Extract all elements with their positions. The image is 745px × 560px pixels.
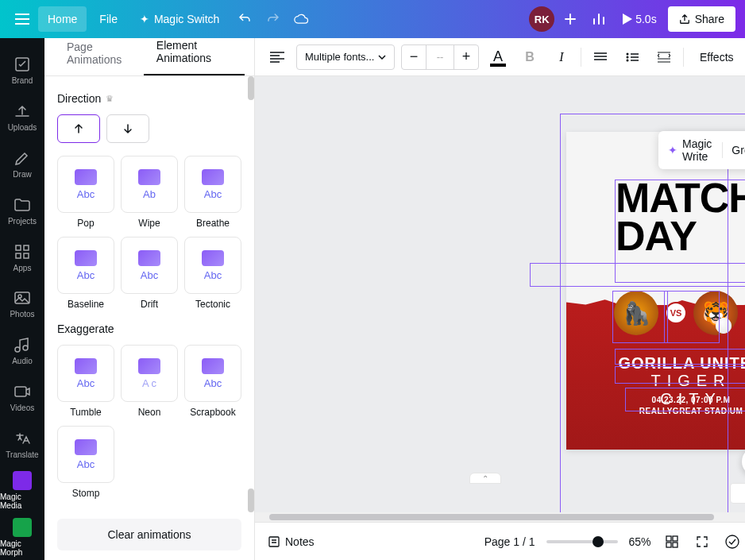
tab-element-animations[interactable]: Element Animations [144,29,245,75]
sparkle-icon: ✦ [668,144,677,156]
font-size-plus[interactable]: + [454,45,478,69]
play-button[interactable]: 5.0s [615,6,664,32]
vs-badge: VS [665,302,687,324]
notes-button[interactable]: Notes [268,535,315,548]
magic-switch-button[interactable]: ✦Magic Switch [130,6,229,32]
anim-pop[interactable]: AbcPop [57,156,114,229]
rail-magic-media[interactable]: Magic Media [0,468,44,513]
rail-magic-morph[interactable]: Magic Morph [0,515,44,560]
add-page-button[interactable]: +Add page [730,483,745,504]
svg-rect-27 [666,543,671,547]
anim-tumble[interactable]: AbcTumble [57,345,114,418]
file-button[interactable]: File [90,6,127,32]
canvas-area: Multiple fonts... − -- + A B I Effects [255,38,745,560]
rail-draw[interactable]: Draw [0,141,44,187]
svg-rect-26 [673,536,677,541]
canvas-viewport[interactable]: MATCHDAY 🦍 VS 🐯 GORILLA UNITED TIGER CIT… [255,76,745,522]
anim-neon[interactable]: A cNeon [121,345,178,418]
tiger-logo[interactable]: 🐯 [693,291,738,335]
canvas-page[interactable]: MATCHDAY 🦍 VS 🐯 GORILLA UNITED TIGER CIT… [566,132,745,450]
spacing-icon[interactable] [651,44,677,70]
anim-scrapbook[interactable]: AbcScrapbook [184,345,241,418]
stadium-name[interactable]: REALLYGREAT STADIUM [616,407,745,415]
clear-animations-button[interactable]: Clear animations [57,519,241,550]
redo-icon[interactable] [261,6,286,32]
zoom-value: 65% [629,535,651,548]
undo-icon[interactable] [232,6,257,32]
svg-rect-24 [269,537,279,546]
animations-panel: Page Animations Element Animations Direc… [44,38,255,560]
anim-tectonic[interactable]: AbcTectonic [184,237,241,310]
check-icon[interactable] [723,532,742,551]
text-align-icon[interactable] [588,44,613,70]
rail-uploads[interactable]: Uploads [0,95,44,140]
anim-stomp[interactable]: AbcStomp [57,426,114,499]
direction-label: Direction♛ [57,92,241,105]
bottom-bar: Notes Page 1 / 1 65% [255,522,745,560]
svg-point-29 [726,535,739,548]
direction-up-button[interactable] [57,114,100,143]
svg-rect-1 [16,245,21,250]
menu-icon[interactable] [10,6,35,32]
font-select[interactable]: Multiple fonts... [296,44,395,70]
floating-toolbar: ✦Magic Write Group [658,131,745,169]
anim-wipe[interactable]: AbWipe [121,156,178,229]
match-title[interactable]: MATCHDAY [616,180,745,256]
svg-rect-28 [673,543,677,547]
svg-rect-7 [15,387,26,396]
exaggerate-label: Exaggerate [57,322,241,335]
bold-button[interactable]: B [517,44,542,70]
zoom-slider[interactable] [546,540,618,543]
home-button[interactable]: Home [38,6,87,32]
font-color-button[interactable]: A [485,44,511,70]
horizontal-scrollbar[interactable] [255,512,745,522]
anim-baseline[interactable]: AbcBaseline [57,237,114,310]
svg-point-9 [627,56,629,58]
italic-button[interactable]: I [549,44,574,70]
rail-brand[interactable]: Brand [0,48,44,93]
svg-rect-3 [16,253,21,258]
grid-view-icon[interactable] [662,532,681,551]
page-handle[interactable]: ⌃ [469,473,501,484]
avatar[interactable]: RK [529,6,554,32]
page-indicator[interactable]: Page 1 / 1 [484,535,535,548]
left-rail: Brand Uploads Draw Projects Apps Photos … [0,38,44,560]
font-size-input[interactable]: -- [426,45,454,69]
match-date[interactable]: 04.23.22, 07:00 P.M [616,396,745,404]
rail-apps[interactable]: Apps [0,234,44,280]
assistant-fab[interactable]: ✦ [742,447,745,476]
sparkle-icon: ✦ [140,13,149,25]
magic-write-button[interactable]: ✦Magic Write [668,137,712,163]
rail-videos[interactable]: Videos [0,375,44,420]
anim-breathe[interactable]: AbcBreathe [184,156,241,229]
plus-icon[interactable] [558,6,583,32]
svg-rect-4 [24,253,29,258]
tab-page-animations[interactable]: Page Animations [54,31,144,75]
list-icon[interactable] [620,44,645,70]
cloud-icon[interactable] [289,6,315,32]
group-button[interactable]: Group [731,144,745,156]
fullscreen-icon[interactable] [693,532,712,551]
crown-icon: ♛ [106,94,114,104]
effects-button[interactable]: Effects [690,46,743,68]
rail-translate[interactable]: Translate [0,422,44,467]
align-left-icon[interactable] [264,44,290,70]
context-toolbar: Multiple fonts... − -- + A B I Effects [255,38,745,76]
gorilla-logo[interactable]: 🦍 [614,291,658,335]
svg-rect-2 [24,245,29,250]
svg-point-8 [627,52,629,55]
team1-name[interactable]: GORILLA UNITED [616,354,745,373]
rail-projects[interactable]: Projects [0,187,44,233]
anim-drift[interactable]: AbcDrift [121,237,178,310]
share-button[interactable]: Share [668,6,735,32]
svg-point-10 [627,59,629,61]
svg-rect-25 [666,536,671,541]
rail-photos[interactable]: Photos [0,281,44,326]
chart-icon[interactable] [586,6,612,32]
rail-audio[interactable]: Audio [0,328,44,373]
font-size-minus[interactable]: − [402,45,426,69]
direction-down-button[interactable] [106,114,149,143]
team-logos[interactable]: 🦍 VS 🐯 [614,291,738,335]
